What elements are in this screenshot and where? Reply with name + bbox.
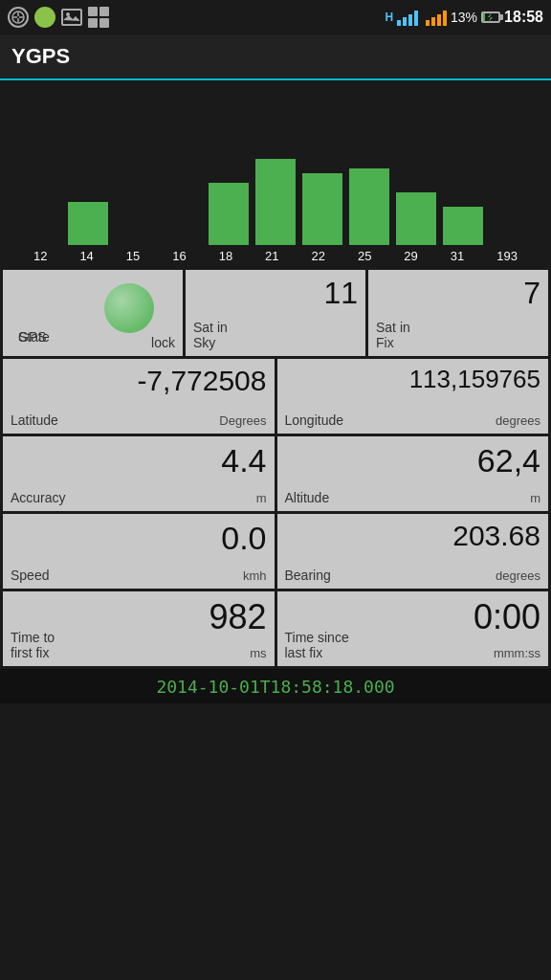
row-fix-times: 982 Time to first fix ms 0:00 Time since… (3, 591, 548, 666)
bar-label: 15 (126, 249, 140, 263)
bar-label: 29 (404, 249, 417, 263)
blackberry-icon (88, 7, 109, 28)
sat-fix-label2: Fix (376, 335, 410, 350)
accuracy-cell: 4.4 Accuracy m (3, 436, 275, 511)
bearing-label: Bearing (285, 568, 331, 583)
altitude-cell: 62,4 Altitude m (277, 436, 549, 511)
longitude-value: 113,159765 (285, 365, 541, 394)
bar-item (68, 202, 108, 245)
tslf-label2: last fix (285, 645, 349, 660)
footer-row: 2014-10-01T18:58:18.000 (0, 669, 551, 703)
tslf-label1: Time since (285, 630, 349, 645)
accuracy-unit: m (256, 491, 267, 505)
satellite-bar (396, 192, 436, 245)
sat-sky-label1: Sat in (193, 320, 228, 335)
gps-state-cell: GPS State lock (3, 270, 183, 356)
ttff-unit: ms (250, 646, 266, 660)
altitude-value: 62,4 (477, 442, 540, 479)
ttff-label2: first fix (11, 645, 55, 660)
sat-sky-cell: 11 Sat in Sky (186, 270, 365, 356)
svg-marker-7 (488, 12, 493, 22)
satellite-bar (255, 159, 296, 245)
signal-bars-orange (426, 9, 447, 26)
sat-sky-value: 11 (323, 276, 358, 311)
gps-label-line2: State (18, 329, 50, 345)
sat-fix-label1: Sat in (376, 320, 410, 335)
bar-label: 21 (265, 249, 278, 263)
satellite-bars (8, 121, 543, 245)
bar-label: 25 (358, 249, 371, 263)
bar-item (396, 192, 436, 245)
sat-fix-cell: 7 Sat in Fix (368, 270, 548, 356)
ttff-value: 982 (209, 597, 266, 637)
bar-item (209, 183, 249, 245)
latitude-cell: -7,772508 Latitude Degrees (3, 359, 275, 434)
bar-item (302, 173, 342, 245)
lock-label: lock (151, 335, 175, 350)
battery-icon (481, 11, 500, 23)
satellite-bar (302, 173, 342, 245)
status-icons (8, 7, 109, 28)
bar-label: 22 (312, 249, 325, 263)
bar-label: 12 (33, 249, 47, 263)
accuracy-label: Accuracy (11, 490, 66, 505)
data-grid: GPS State lock 11 Sat in Sky 7 Sat in Fi… (0, 267, 551, 669)
gps-indicator (104, 283, 154, 333)
accuracy-value: 4.4 (221, 442, 266, 479)
sat-fix-value: 7 (523, 276, 540, 311)
speed-unit: kmh (243, 568, 267, 583)
bearing-cell: 203.68 Bearing degrees (277, 514, 549, 589)
footer-text: 2014-10-01T18:58:18.000 (156, 677, 394, 697)
bar-label: 16 (172, 249, 186, 263)
altitude-label: Altitude (285, 490, 330, 505)
row-speed-bearing: 0.0 Speed kmh 203.68 Bearing degrees (3, 514, 548, 589)
satellite-bar (209, 183, 249, 245)
satellite-bar (349, 168, 389, 245)
bar-label: 18 (219, 249, 232, 263)
sat-sky-label2: Sky (193, 335, 228, 350)
time-to-first-fix-cell: 982 Time to first fix ms (3, 591, 275, 666)
bar-label: 31 (451, 249, 464, 263)
app-title: YGPS (11, 44, 70, 69)
bar-item (255, 159, 296, 245)
latitude-label: Latitude (11, 412, 58, 428)
image-icon (61, 9, 82, 26)
svg-point-6 (66, 12, 70, 16)
speed-cell: 0.0 Speed kmh (3, 514, 275, 589)
tslf-value: 0:00 (474, 597, 540, 637)
bar-item (443, 207, 483, 245)
altitude-unit: m (530, 491, 540, 505)
bar-label: 193 (496, 249, 518, 263)
speed-label: Speed (11, 568, 49, 583)
status-right: H 13% 18:58 (385, 9, 543, 26)
bars-labels: 12141516182122252931193 (8, 245, 543, 267)
row-latlon: -7,772508 Latitude Degrees 113,159765 Lo… (3, 359, 548, 434)
bar-item (349, 168, 389, 245)
row-gps: GPS State lock 11 Sat in Sky 7 Sat in Fi… (3, 270, 548, 356)
latitude-unit: Degrees (219, 413, 266, 428)
bearing-value: 203.68 (452, 520, 540, 552)
bar-label: 14 (79, 249, 93, 263)
speed-value: 0.0 (221, 520, 266, 557)
satellite-bar (68, 202, 108, 245)
latitude-value: -7,772508 (11, 365, 267, 397)
svg-rect-5 (63, 11, 80, 24)
longitude-cell: 113,159765 Longitude degrees (277, 359, 549, 434)
app-bar: YGPS (0, 34, 551, 80)
bearing-unit: degrees (496, 568, 540, 583)
longitude-label: Longitude (285, 412, 344, 428)
tslf-unit: mmm:ss (494, 646, 540, 660)
status-bar: H 13% 18:58 (0, 0, 551, 34)
chart-area: 12141516182122252931193 (0, 80, 551, 267)
green-dot-icon (34, 7, 55, 28)
signal-bars-blue (397, 9, 418, 26)
time-since-last-fix-cell: 0:00 Time since last fix mmm:ss (277, 591, 549, 666)
satellite-bar (443, 207, 483, 245)
compass-icon (8, 7, 29, 28)
clock: 18:58 (504, 9, 543, 26)
row-acc-alt: 4.4 Accuracy m 62,4 Altitude m (3, 436, 548, 511)
ttff-label1: Time to (11, 630, 55, 645)
longitude-unit: degrees (496, 413, 540, 428)
battery-percent: 13% (451, 10, 477, 25)
